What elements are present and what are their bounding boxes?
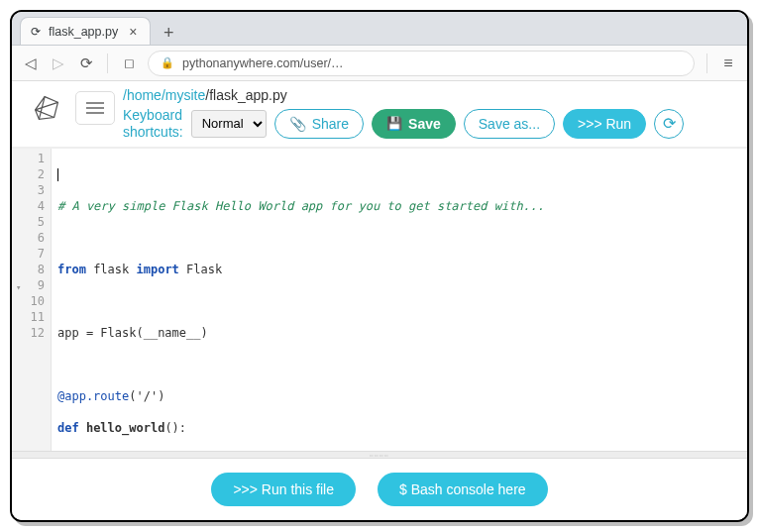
share-button[interactable]: 📎Share (274, 109, 364, 139)
address-bar[interactable]: 🔒 pythonanywhere.com/user/… (148, 51, 695, 76)
refresh-button[interactable]: ⟳ (654, 109, 684, 139)
page-content: /home/mysite/flask_app.py Keyboard short… (12, 81, 747, 520)
editor-toolbar: Keyboard shortcuts: Normal 📎Share 💾Save … (123, 107, 733, 141)
run-button[interactable]: >>> Run (563, 109, 646, 139)
code-editor[interactable]: 1 2 3 4 5 6 7 8 ▾9 10 11 12 # A very sim… (12, 148, 747, 451)
menu-toggle-button[interactable] (75, 91, 115, 125)
browser-window: ⟳ flask_app.py × + ◁ ▷ ⟳ ◻ 🔒 pythonanywh… (10, 10, 749, 522)
new-tab-button[interactable]: + (157, 21, 180, 45)
breadcrumb-mysite[interactable]: /mysite (162, 87, 205, 103)
nav-back-icon[interactable]: ◁ (22, 54, 40, 72)
browser-tab-strip: ⟳ flask_app.py × + (12, 12, 747, 46)
line-number-gutter: 1 2 3 4 5 6 7 8 ▾9 10 11 12 (12, 149, 52, 451)
line-number: 6 (18, 230, 45, 246)
line-number: 11 (18, 309, 45, 325)
pane-resize-handle[interactable]: ┄┄┄┄ (12, 451, 747, 459)
line-number: 3 (18, 182, 45, 198)
line-number: 12 (18, 325, 45, 341)
browser-toolbar: ◁ ▷ ⟳ ◻ 🔒 pythonanywhere.com/user/… ≡ (12, 46, 747, 81)
nav-reload-icon[interactable]: ⟳ (77, 54, 95, 72)
browser-tab-active[interactable]: ⟳ flask_app.py × (20, 17, 151, 45)
line-number: 1 (18, 151, 45, 166)
save-icon: 💾 (386, 116, 402, 131)
paperclip-icon: 📎 (289, 116, 306, 132)
line-number: 10 (18, 293, 45, 309)
code-area[interactable]: # A very simple Flask Hello World app fo… (52, 149, 747, 451)
line-number: 8 (18, 262, 45, 277)
bash-console-button[interactable]: $ Bash console here (378, 473, 548, 506)
lock-icon: 🔒 (161, 56, 174, 69)
save-button[interactable]: 💾Save (372, 109, 456, 139)
line-number: 7 (18, 246, 45, 262)
breadcrumb-file: /flask_app.py (205, 87, 287, 103)
nav-forward-icon: ▷ (50, 54, 67, 72)
line-number: ▾9 (18, 277, 45, 293)
bookmark-icon[interactable]: ◻ (120, 55, 138, 70)
editor-footer: >>> Run this file $ Bash console here (12, 459, 747, 520)
tab-title: flask_app.py (49, 25, 118, 39)
tab-favicon: ⟳ (31, 25, 41, 39)
text-cursor (57, 168, 58, 181)
toolbar-divider (107, 53, 108, 73)
toolbar-divider (706, 53, 707, 73)
line-number: 2 (18, 166, 45, 182)
site-logo[interactable] (26, 87, 67, 129)
keyboard-shortcuts-label[interactable]: Keyboard shortcuts: (123, 107, 183, 141)
url-text: pythonanywhere.com/user/… (182, 56, 344, 70)
line-number: 4 (18, 198, 45, 214)
browser-menu-icon[interactable]: ≡ (719, 54, 737, 72)
breadcrumb: /home/mysite/flask_app.py (123, 87, 733, 103)
tab-close-icon[interactable]: × (126, 24, 140, 40)
run-this-file-button[interactable]: >>> Run this file (211, 473, 356, 506)
editor-header: /home/mysite/flask_app.py Keyboard short… (12, 81, 747, 148)
breadcrumb-home[interactable]: /home (123, 87, 162, 103)
line-number: 5 (18, 214, 45, 230)
editor-mode-select[interactable]: Normal (191, 110, 267, 138)
save-as-button[interactable]: Save as... (464, 109, 555, 139)
